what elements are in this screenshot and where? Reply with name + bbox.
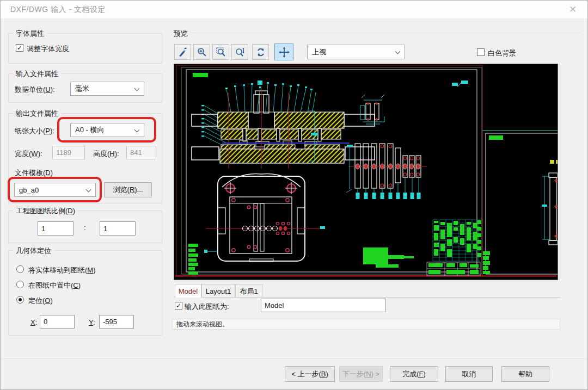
- zoom-in-button[interactable]: [193, 44, 210, 60]
- y-label: Y:: [89, 318, 95, 326]
- scale-separator: :: [84, 224, 86, 232]
- output-file-properties-title: 输出文件属性: [13, 109, 61, 119]
- refresh-icon: [255, 47, 266, 58]
- close-icon[interactable]: ✕: [566, 3, 580, 16]
- font-properties-title: 字体属性: [13, 29, 47, 39]
- chevron-down-icon: [134, 86, 140, 91]
- select-icon: [177, 47, 188, 58]
- cancel-button[interactable]: 取消: [445, 366, 493, 382]
- footer-separator: [1, 358, 587, 359]
- scale-numerator-field[interactable]: [38, 221, 74, 236]
- radio-center-in-sheet-label: 在图纸中置中(C): [28, 281, 81, 290]
- data-units-select[interactable]: 毫米: [70, 82, 144, 96]
- white-background-checkbox[interactable]: [477, 48, 485, 56]
- sheet-scale-title: 工程图图纸比例(D): [13, 206, 78, 216]
- scale-denominator-field[interactable]: [100, 221, 136, 236]
- height-field[interactable]: [126, 146, 156, 159]
- white-background-label: 白色背景: [488, 48, 516, 58]
- radio-dot: [19, 298, 22, 301]
- tab-buju1[interactable]: 布局1: [235, 284, 262, 298]
- radio-move-entities-label: 将实体移动到图纸(M): [28, 265, 96, 275]
- chevron-down-icon: [134, 127, 140, 133]
- dxf-dwg-import-dialog: DXF/DWG 输入 - 文档设定 ✕ 字体属性 ✓ 调整字体宽度 输入文件属性…: [0, 0, 588, 390]
- radio-position-label: 定位(O): [28, 296, 53, 306]
- view-orientation-value: 上视: [312, 47, 326, 57]
- browse-button[interactable]: 浏览(R)...: [104, 182, 152, 197]
- zoom-scale-button[interactable]: [231, 44, 248, 60]
- paper-size-select[interactable]: A0 - 横向: [70, 123, 144, 137]
- sheet-name-field[interactable]: [261, 299, 386, 312]
- radio-position[interactable]: [16, 296, 24, 304]
- view-orientation-select[interactable]: 上视: [307, 45, 405, 59]
- file-template-select[interactable]: gb_a0: [14, 183, 96, 197]
- pan-button[interactable]: [274, 44, 293, 60]
- tab-layout1[interactable]: Layout1: [201, 284, 235, 298]
- import-sheet-checkbox[interactable]: ✓: [175, 302, 182, 309]
- finish-button[interactable]: 完成(F): [390, 366, 438, 382]
- preview-title: 预览: [174, 29, 188, 39]
- data-units-label: 数据单位(U):: [15, 85, 55, 95]
- import-sheet-label: 输入此图纸为:: [185, 302, 229, 312]
- zoom-scale-icon: [235, 47, 246, 58]
- paper-size-label: 纸张大小(P):: [15, 126, 54, 136]
- chevron-down-icon: [395, 49, 401, 54]
- cad-drawing: [174, 64, 558, 280]
- select-button[interactable]: [174, 44, 191, 60]
- adjust-font-width-checkbox[interactable]: ✓: [16, 44, 23, 52]
- adjust-font-width-label: 调整字体宽度: [27, 44, 69, 54]
- zoom-window-icon: [216, 47, 226, 58]
- chevron-down-icon: [86, 187, 91, 193]
- x-field[interactable]: [40, 315, 75, 329]
- pan-icon: [278, 46, 290, 58]
- width-field[interactable]: [52, 146, 85, 159]
- data-units-value: 毫米: [75, 84, 89, 94]
- preview-canvas[interactable]: [174, 64, 558, 280]
- help-button[interactable]: 帮助: [501, 366, 549, 382]
- x-label: X:: [30, 318, 37, 326]
- width-label: 宽度(W):: [15, 149, 42, 159]
- zoom-in-icon: [197, 47, 207, 58]
- refresh-button[interactable]: [252, 44, 269, 60]
- zoom-window-button[interactable]: [212, 44, 229, 60]
- file-template-value: gb_a0: [19, 186, 39, 194]
- input-file-properties-title: 输入文件属性: [13, 69, 61, 79]
- file-template-label: 文件模板(D): [15, 168, 53, 178]
- status-bar: 拖动来滚动视图。: [172, 319, 560, 330]
- geometry-position-title: 几何体定位: [13, 246, 54, 256]
- y-field[interactable]: [99, 315, 134, 329]
- back-button[interactable]: < 上一步(B): [285, 366, 335, 382]
- radio-center-in-sheet[interactable]: [16, 281, 24, 288]
- radio-move-entities[interactable]: [16, 265, 24, 273]
- titlebar: DXF/DWG 输入 - 文档设定 ✕: [1, 1, 587, 19]
- paper-size-value: A0 - 横向: [75, 125, 104, 135]
- dialog-title: DXF/DWG 输入 - 文档设定: [10, 5, 106, 15]
- next-button[interactable]: 下一步(N) >: [339, 366, 383, 382]
- tab-model[interactable]: Model: [175, 284, 201, 298]
- preview-title-rule: [192, 33, 581, 33]
- height-label: 高度(H):: [93, 149, 119, 159]
